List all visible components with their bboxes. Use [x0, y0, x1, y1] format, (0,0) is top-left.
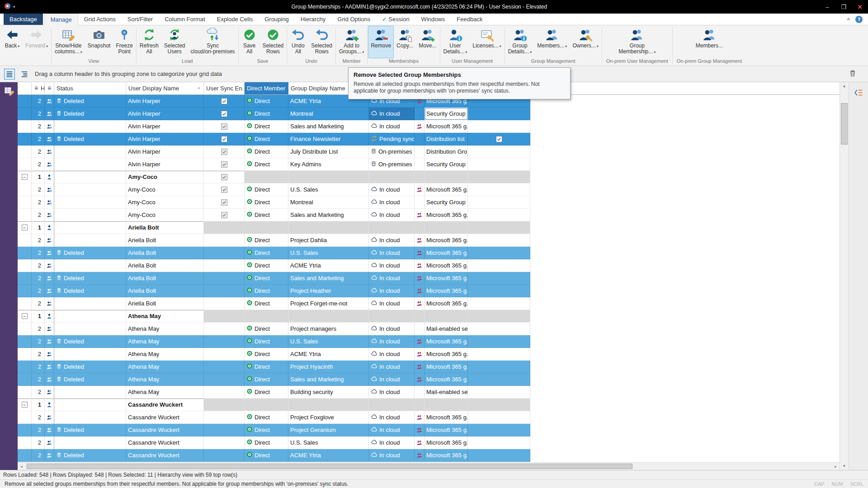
- table-row[interactable]: 2Cassandre WuckertDirectProject Foxglove…: [18, 411, 530, 424]
- group-header-row[interactable]: −1Ariella Bolt: [18, 221, 530, 234]
- table-row[interactable]: 2Amy-CocoDirectMontrealIn cloudSecurity …: [18, 196, 530, 209]
- sync-enabled-checkbox[interactable]: [221, 98, 227, 104]
- tab-grid-options[interactable]: Grid Options: [331, 14, 376, 25]
- ribbon-button-selected-users[interactable]: Selected Users: [161, 26, 188, 58]
- table-row[interactable]: 2Alvin HarperDirectSales and MarketingIn…: [18, 120, 530, 133]
- sync-enabled-checkbox[interactable]: [221, 149, 227, 155]
- tab-explode-cells[interactable]: Explode Cells: [211, 14, 259, 25]
- table-row[interactable]: 2Athena MayDirectACME YtriaIn cloudMicro…: [18, 348, 530, 361]
- ribbon-button-members[interactable]: Members...▾: [534, 26, 570, 58]
- sync-enabled-checkbox[interactable]: [221, 123, 227, 130]
- sync-enabled-checkbox[interactable]: [221, 111, 227, 117]
- table-row[interactable]: 2Ariella BoltDirectProject Forget-me-not…: [18, 297, 530, 310]
- column-header-status[interactable]: Status: [54, 82, 126, 94]
- collapse-ribbon-icon[interactable]: ^: [847, 17, 850, 23]
- ribbon-button-move[interactable]: Move...: [416, 26, 439, 58]
- table-row[interactable]: 2Athena MayDirectProject managersIn clou…: [18, 323, 530, 335]
- tab-windows[interactable]: Windows: [415, 14, 451, 25]
- ribbon-button-members[interactable]: Members...: [693, 26, 726, 58]
- ribbon-button-freeze-point[interactable]: Freeze Point: [113, 26, 135, 58]
- hierarchy-view-toggle[interactable]: [4, 69, 15, 80]
- group-header-row[interactable]: −1Athena May: [18, 310, 530, 323]
- table-row[interactable]: 2DeletedAriella BoltDirectProject Heathe…: [18, 285, 530, 297]
- column-header-user[interactable]: User Display Name: [126, 82, 204, 94]
- table-row[interactable]: 2Amy-CocoDirectSales and MarketingIn clo…: [18, 209, 530, 221]
- column-header-icon[interactable]: [45, 82, 54, 94]
- table-row[interactable]: 2DeletedAlvin HarperDirectFinance Newsle…: [18, 133, 530, 145]
- row-checkbox[interactable]: [496, 136, 502, 142]
- maximize-button[interactable]: ❐: [835, 0, 852, 14]
- sync-enabled-checkbox[interactable]: [221, 174, 227, 180]
- tab-grid-actions[interactable]: Grid Actions: [78, 14, 122, 25]
- scroll-down-icon[interactable]: ▼: [840, 462, 849, 470]
- ribbon-button-user-details[interactable]: User Details...▾: [441, 26, 470, 58]
- tab-column-format[interactable]: Column Format: [159, 14, 211, 25]
- table-row[interactable]: 2DeletedCassandre WuckertDirectProject G…: [18, 424, 530, 436]
- ribbon-button-selected-rows[interactable]: Selected Rows: [260, 26, 287, 58]
- sync-enabled-checkbox[interactable]: [221, 212, 227, 218]
- ribbon-button-copy[interactable]: Copy...: [394, 26, 416, 58]
- table-row[interactable]: 2DeletedAriella BoltDirectU.S. SalesIn c…: [18, 247, 530, 259]
- column-header-sync[interactable]: User Sync En...: [204, 82, 245, 94]
- ribbon-button-selected-rows[interactable]: Selected Rows: [308, 26, 335, 58]
- tab-session[interactable]: ✓Session: [376, 14, 415, 25]
- table-row[interactable]: 2DeletedAlvin HarperDirectMontrealIn clo…: [18, 108, 530, 120]
- table-row[interactable]: 2DeletedAthena MayDirectU.S. SalesIn clo…: [18, 335, 530, 348]
- sync-enabled-checkbox[interactable]: [221, 199, 227, 206]
- scroll-right-icon[interactable]: ▸: [832, 463, 840, 470]
- ribbon-button-snapshot[interactable]: Snapshot: [85, 26, 113, 58]
- ribbon-button-undo-all[interactable]: Undo All: [288, 26, 308, 58]
- vertical-scrollbar[interactable]: ▲ ▼: [840, 82, 849, 470]
- horizontal-scroll-thumb[interactable]: [27, 464, 632, 469]
- column-header-hierarchy[interactable]: Hie...: [32, 82, 45, 94]
- flat-view-toggle[interactable]: [19, 69, 30, 80]
- collapse-icon[interactable]: −: [22, 225, 28, 230]
- collapse-icon[interactable]: −: [22, 313, 28, 319]
- ribbon-button-back[interactable]: Back▾: [2, 26, 23, 58]
- tab-hierarchy[interactable]: Hierarchy: [295, 14, 332, 25]
- close-button[interactable]: ✕: [852, 0, 868, 14]
- table-row[interactable]: 2DeletedAthena MayDirectProject Hyacinth…: [18, 361, 530, 373]
- scroll-up-icon[interactable]: ▲: [840, 82, 849, 90]
- ribbon-button-forward[interactable]: Forward▾: [23, 26, 51, 58]
- tab-grouping[interactable]: Grouping: [259, 14, 294, 25]
- ribbon-button-add-to-groups[interactable]: Add to Groups...▾: [336, 26, 367, 58]
- ribbon-button-group-membership[interactable]: Group Membership...▾: [616, 26, 658, 58]
- table-row[interactable]: 2DeletedAriella BoltDirectSales and Mark…: [18, 272, 530, 285]
- column-header-expand[interactable]: [18, 82, 32, 94]
- tab-sort-filter[interactable]: Sort/Filter: [122, 14, 159, 25]
- tab-feedback[interactable]: Feedback: [451, 14, 488, 25]
- table-row[interactable]: 2Cassandre WuckertDirectU.S. SalesIn clo…: [18, 436, 530, 449]
- table-row[interactable]: 2DeletedCassandre WuckertDirectACME Ytri…: [18, 449, 530, 462]
- clear-grouping-trash-icon[interactable]: [849, 69, 857, 79]
- ribbon-button-sync-cloud-on-premises[interactable]: Sync cloud/on-premises: [188, 26, 238, 58]
- ribbon-button-group-details[interactable]: Group Details...▾: [505, 26, 535, 58]
- table-row[interactable]: 2Amy-CocoDirectU.S. SalesIn cloudMicroso…: [18, 183, 530, 196]
- table-row[interactable]: 2Ariella BoltDirectProject DahliaIn clou…: [18, 234, 530, 247]
- group-header-row[interactable]: −1Amy-Coco: [18, 171, 530, 183]
- tab-manage[interactable]: Manage: [44, 14, 78, 25]
- table-row[interactable]: 2Alvin HarperDirectJuly Distribute ListO…: [18, 145, 530, 158]
- ribbon-button-remove[interactable]: Remove: [368, 26, 394, 58]
- ribbon-button-licenses[interactable]: Licenses...▾: [470, 26, 504, 58]
- sync-enabled-checkbox[interactable]: [221, 187, 227, 193]
- horizontal-scrollbar[interactable]: ◂ ▸: [18, 462, 840, 470]
- sync-enabled-checkbox[interactable]: [221, 136, 227, 142]
- table-row[interactable]: 2Ariella BoltDirectACME YtriaIn cloudMic…: [18, 259, 530, 272]
- table-row[interactable]: 2DeletedAthena MayDirectSales and Market…: [18, 373, 530, 386]
- expand-panel-icon[interactable]: [854, 88, 863, 99]
- tab-backstage[interactable]: Backstage: [4, 14, 43, 25]
- quick-access-caret-icon[interactable]: ▾: [13, 5, 15, 9]
- ribbon-button-refresh-all[interactable]: Refresh All: [137, 26, 161, 58]
- vertical-scroll-thumb[interactable]: [841, 103, 848, 145]
- column-header-direct[interactable]: Direct Member: [245, 82, 288, 94]
- collapse-icon[interactable]: −: [22, 174, 28, 180]
- minimize-button[interactable]: –: [819, 0, 835, 14]
- table-row[interactable]: 2Athena MayDirectBuilding securityIn clo…: [18, 386, 530, 399]
- ribbon-button-owners[interactable]: Owners...▾: [570, 26, 601, 58]
- collapse-icon[interactable]: −: [22, 402, 28, 408]
- help-icon[interactable]: ?: [855, 16, 863, 23]
- sync-enabled-checkbox[interactable]: [221, 161, 227, 168]
- scroll-left-icon[interactable]: ◂: [18, 463, 25, 470]
- ribbon-button-show-hide-columns[interactable]: Show/Hide columns...▾: [52, 26, 85, 58]
